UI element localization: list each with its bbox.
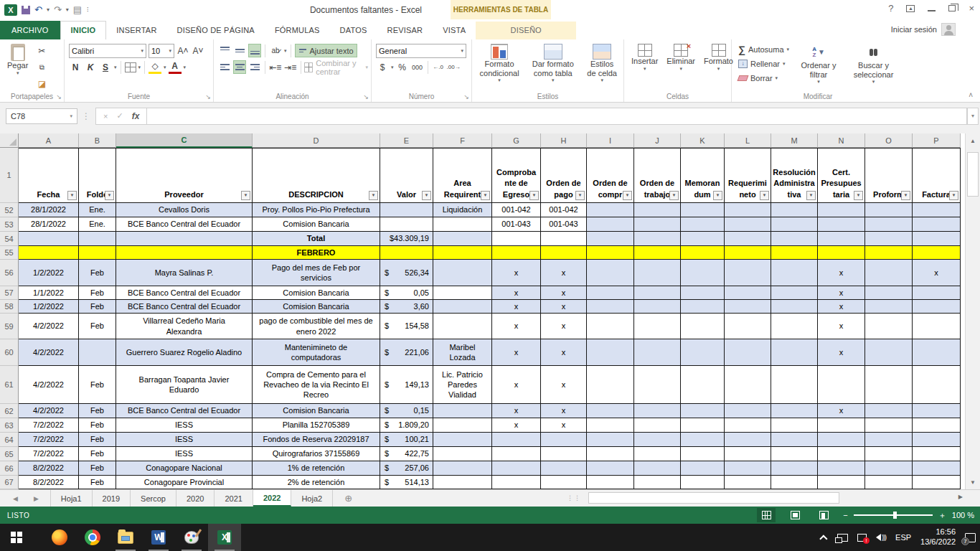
cell-F60[interactable]: Maribel Lozada [433, 339, 492, 366]
redo-caret-icon[interactable]: ▾ [66, 6, 69, 13]
zoom-slider-thumb[interactable] [893, 512, 897, 519]
cell-M1[interactable]: Resolución Administra tiva▼ [771, 148, 818, 203]
percent-format-icon[interactable]: % [396, 60, 409, 74]
wrap-text-button[interactable]: Ajustar texto [295, 44, 357, 57]
cell-D54[interactable]: Total [253, 232, 380, 246]
cell-D58[interactable]: Comision Bancaria [253, 300, 380, 314]
ribbon-tab-dise-o-de-p-gina[interactable]: DISEÑO DE PÁGINA [167, 22, 265, 39]
cell-A54[interactable] [19, 232, 79, 246]
cell-D57[interactable]: Comision Bancaria [253, 286, 380, 300]
cell-J62[interactable] [634, 404, 681, 418]
cell-P61[interactable] [913, 366, 961, 404]
cell-I54[interactable] [587, 232, 634, 246]
number-dialog-launcher[interactable]: ↘ [463, 93, 469, 100]
cell-M60[interactable] [771, 339, 818, 366]
cell-G55[interactable] [492, 246, 541, 260]
cell-C52[interactable]: Cevallos Doris [116, 203, 253, 217]
cell-K63[interactable] [681, 418, 725, 433]
cell-A59[interactable]: 4/2/2022 [19, 314, 79, 339]
autosum-button[interactable]: ∑Autosuma▾ [736, 42, 791, 56]
cell-G56[interactable]: x [492, 260, 541, 286]
cell-C67[interactable]: Conagopare Provincial [116, 476, 253, 489]
cell-C1[interactable]: Proveedor▼ [116, 148, 253, 203]
cell-O66[interactable] [865, 461, 913, 476]
cell-D1[interactable]: DESCRIPCION▼ [253, 148, 380, 203]
tabbar-resize-handle[interactable]: ⋮⋮ [567, 494, 581, 501]
column-header-C[interactable]: C [116, 133, 253, 148]
cell-C63[interactable]: IESS [116, 418, 253, 433]
cell-G52[interactable]: 001-042 [492, 203, 541, 217]
filter-button-C[interactable]: ▼ [241, 191, 250, 200]
cell-D65[interactable]: Quirografarios 37155869 [253, 447, 380, 461]
cell-P60[interactable] [913, 339, 961, 366]
format-as-table-button[interactable]: Dar formato como tabla▾ [527, 42, 579, 90]
decrease-decimal-icon[interactable]: .00→ [447, 60, 461, 74]
cell-I67[interactable] [587, 476, 634, 489]
cell-H66[interactable] [541, 461, 587, 476]
cell-K61[interactable] [681, 366, 725, 404]
row-header-63[interactable]: 63 [0, 418, 19, 433]
borders-icon[interactable] [125, 62, 136, 72]
zoom-in-icon[interactable]: ＋ [938, 510, 946, 521]
cell-I57[interactable] [587, 286, 634, 300]
cell-G53[interactable]: 001-043 [492, 217, 541, 232]
action-center-icon[interactable]: ! [857, 534, 867, 542]
cell-H62[interactable]: x [541, 404, 587, 418]
sheet-nav-right-icon[interactable]: ▶ [34, 495, 39, 502]
cell-F53[interactable] [433, 217, 492, 232]
cell-A56[interactable]: 1/2/2022 [19, 260, 79, 286]
column-header-K[interactable]: K [681, 133, 725, 148]
cell-L66[interactable] [725, 461, 771, 476]
cell-J64[interactable] [634, 433, 681, 447]
cell-O64[interactable] [865, 433, 913, 447]
cell-N63[interactable] [818, 418, 865, 433]
cell-M66[interactable] [771, 461, 818, 476]
cell-N67[interactable] [818, 476, 865, 489]
cell-G65[interactable] [492, 447, 541, 461]
cell-J53[interactable] [634, 217, 681, 232]
format-painter-icon[interactable]: ◪ [35, 77, 48, 90]
cut-icon[interactable]: ✂ [35, 44, 48, 57]
filter-button-N[interactable]: ▼ [854, 191, 863, 200]
cell-F64[interactable] [433, 433, 492, 447]
increase-indent-icon[interactable]: ⇥≡ [284, 60, 297, 74]
filter-button-J[interactable]: ▼ [669, 191, 679, 200]
zoom-out-icon[interactable]: − [843, 511, 847, 519]
cell-A62[interactable]: 4/2/2022 [19, 404, 79, 418]
cell-G57[interactable]: x [492, 286, 541, 300]
find-select-button[interactable]: Buscar y seleccionar▾ [846, 42, 901, 90]
cell-K52[interactable] [681, 203, 725, 217]
cell-C54[interactable] [116, 232, 253, 246]
row-header-64[interactable]: 64 [0, 433, 19, 447]
filter-button-O[interactable]: ▼ [901, 191, 910, 200]
cell-P63[interactable] [913, 418, 961, 433]
cell-J60[interactable] [634, 339, 681, 366]
row-header-58[interactable]: 58 [0, 300, 19, 314]
fill-button[interactable]: ↓Rellenar▾ [736, 57, 791, 70]
column-header-P[interactable]: P [913, 133, 961, 148]
page-break-view-icon[interactable] [814, 508, 833, 522]
filter-button-G[interactable]: ▼ [529, 191, 539, 200]
cell-F52[interactable]: Liquidación [433, 203, 492, 217]
cell-M64[interactable] [771, 433, 818, 447]
cell-A63[interactable]: 7/2/2022 [19, 418, 79, 433]
sheet-nav-left-icon[interactable]: ◀ [13, 495, 18, 502]
close-button[interactable]: × [969, 3, 974, 14]
scroll-right-icon[interactable]: ▶ [958, 494, 963, 500]
cell-I65[interactable] [587, 447, 634, 461]
alignment-dialog-launcher[interactable]: ↘ [363, 93, 369, 100]
cell-B58[interactable]: Feb [79, 300, 116, 314]
cell-A65[interactable]: 7/2/2022 [19, 447, 79, 461]
confirm-entry-icon[interactable]: ✓ [116, 111, 123, 121]
cell-H57[interactable]: x [541, 286, 587, 300]
cell-O67[interactable] [865, 476, 913, 489]
format-cells-button[interactable]: Formato▾ [701, 42, 736, 90]
cell-L54[interactable] [725, 232, 771, 246]
cell-G62[interactable]: x [492, 404, 541, 418]
insert-cells-button[interactable]: Insertar▾ [628, 42, 661, 90]
number-format-combo[interactable]: General▾ [376, 44, 466, 58]
cell-A55[interactable] [19, 246, 79, 260]
cell-O65[interactable] [865, 447, 913, 461]
cell-K58[interactable] [681, 300, 725, 314]
align-right-icon[interactable] [248, 60, 261, 74]
